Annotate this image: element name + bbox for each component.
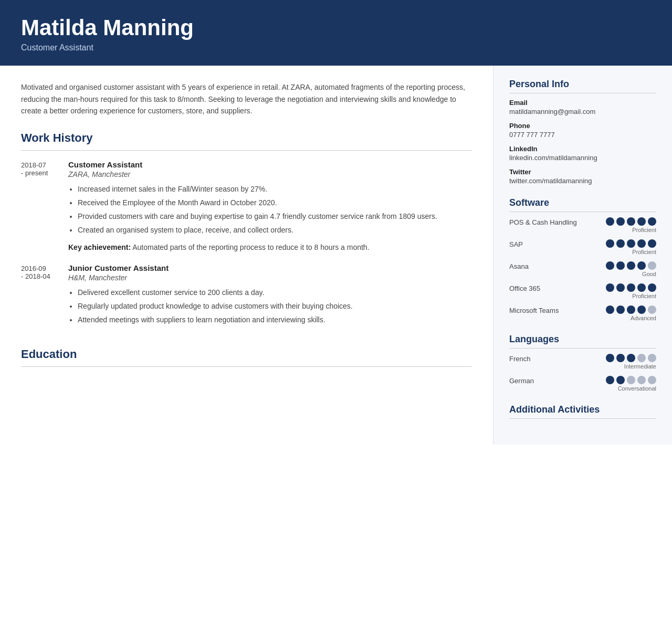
dot [637, 239, 646, 248]
bullet-item: Delivered excellent customer service to … [78, 287, 472, 298]
info-email: Email matildamanning@gmail.com [509, 99, 656, 115]
dot [616, 261, 625, 270]
skill-dots-asana: Good [606, 261, 656, 277]
work-divider [21, 150, 472, 151]
languages-section: Languages French Intermediate German [509, 334, 656, 392]
info-linkedin: LinkedIn linkedin.com/matildamanning [509, 145, 656, 162]
dot [648, 283, 656, 292]
dot [648, 239, 656, 248]
dot [606, 283, 614, 292]
education-heading: Education [21, 347, 472, 361]
job-entry-1: 2018-07 - present Customer Assistant ZAR… [21, 160, 472, 253]
dot [627, 283, 635, 292]
job-bullets-1: Increased internet sales in the Fall/Win… [68, 184, 472, 236]
dot [637, 261, 646, 270]
dot [637, 217, 646, 226]
work-history-section: Work History 2018-07 - present Customer … [21, 131, 472, 332]
dot [616, 376, 625, 384]
bullet-item: Regularly updated product knowledge to a… [78, 301, 472, 312]
dot [616, 306, 625, 314]
dot [648, 261, 656, 270]
right-column: Personal Info Email matildamanning@gmail… [494, 66, 672, 445]
job-company-1: ZARA, Manchester [68, 170, 472, 178]
dot [616, 217, 625, 226]
personal-info-heading: Personal Info [509, 79, 656, 93]
dot [637, 306, 646, 314]
main-container: Motivated and organised customer assista… [0, 66, 672, 445]
skill-dots-sap: Proficient [606, 239, 656, 255]
job-company-2: H&M, Manchester [68, 273, 472, 282]
dot [627, 306, 635, 314]
skill-dots-msteams: Advanced [606, 306, 656, 321]
additional-activities-section: Additional Activities [509, 404, 656, 419]
candidate-title: Customer Assistant [21, 43, 651, 52]
dot [606, 261, 614, 270]
dot [606, 354, 614, 362]
dot [616, 239, 625, 248]
job-title-1: Customer Assistant [68, 160, 472, 169]
dot [648, 354, 656, 362]
left-column: Motivated and organised customer assista… [0, 66, 494, 445]
key-achievement-label: Key achievement: [68, 243, 131, 251]
skill-french: French Intermediate [509, 354, 656, 370]
dot [637, 376, 646, 384]
skill-dots-french: Intermediate [606, 354, 656, 370]
skill-dots-pos: Proficient [606, 217, 656, 233]
work-history-heading: Work History [21, 131, 472, 145]
dot [616, 354, 625, 362]
education-divider [21, 366, 472, 367]
dot [606, 217, 614, 226]
header: Matilda Manning Customer Assistant [0, 0, 672, 66]
skill-msteams: Microsoft Teams Advanced [509, 306, 656, 321]
bullet-item: Attended meetings with suppliers to lear… [78, 314, 472, 325]
dot [606, 239, 614, 248]
dot [606, 306, 614, 314]
dot [637, 354, 646, 362]
bullet-item: Provided customers with care and buying … [78, 211, 472, 222]
dot [648, 306, 656, 314]
job-entry-2: 2016-09 - 2018-04 Junior Customer Assist… [21, 264, 472, 332]
info-phone: Phone 0777 777 7777 [509, 122, 656, 139]
job-date-2: 2016-09 - 2018-04 [21, 264, 68, 332]
skill-german: German Conversational [509, 376, 656, 392]
dot [637, 283, 646, 292]
dot [627, 261, 635, 270]
software-section: Software POS & Cash Handling Proficient … [509, 197, 656, 321]
bullet-item: Received the Employee of the Month Award… [78, 197, 472, 208]
skill-sap: SAP Proficient [509, 239, 656, 255]
dot [627, 354, 635, 362]
job-details-2: Junior Customer Assistant H&M, Mancheste… [68, 264, 472, 332]
skill-asana: Asana Good [509, 261, 656, 277]
skill-dots-office: Proficient [606, 283, 656, 299]
bullet-item: Increased internet sales in the Fall/Win… [78, 184, 472, 195]
dot [648, 376, 656, 384]
languages-heading: Languages [509, 334, 656, 349]
job-details-1: Customer Assistant ZARA, Manchester Incr… [68, 160, 472, 253]
software-heading: Software [509, 197, 656, 212]
key-achievement-1: Key achievement: Automated parts of the … [68, 242, 472, 253]
education-section: Education [21, 347, 472, 367]
candidate-name: Matilda Manning [21, 16, 651, 40]
key-achievement-text: Automated parts of the reporting process… [131, 243, 369, 251]
dot [616, 283, 625, 292]
personal-info-section: Personal Info Email matildamanning@gmail… [509, 79, 656, 185]
skill-dots-german: Conversational [606, 376, 656, 392]
dot [627, 239, 635, 248]
job-date-1: 2018-07 - present [21, 160, 68, 253]
additional-activities-heading: Additional Activities [509, 404, 656, 419]
dot [606, 376, 614, 384]
skill-office: Office 365 Proficient [509, 283, 656, 299]
skill-pos: POS & Cash Handling Proficient [509, 217, 656, 233]
summary-text: Motivated and organised customer assista… [21, 81, 472, 117]
bullet-item: Created an organised system to place, re… [78, 225, 472, 236]
job-bullets-2: Delivered excellent customer service to … [68, 287, 472, 325]
dot [627, 217, 635, 226]
dot [648, 217, 656, 226]
job-title-2: Junior Customer Assistant [68, 264, 472, 272]
dot [627, 376, 635, 384]
info-twitter: Twitter twitter.com/matildamanning [509, 168, 656, 185]
